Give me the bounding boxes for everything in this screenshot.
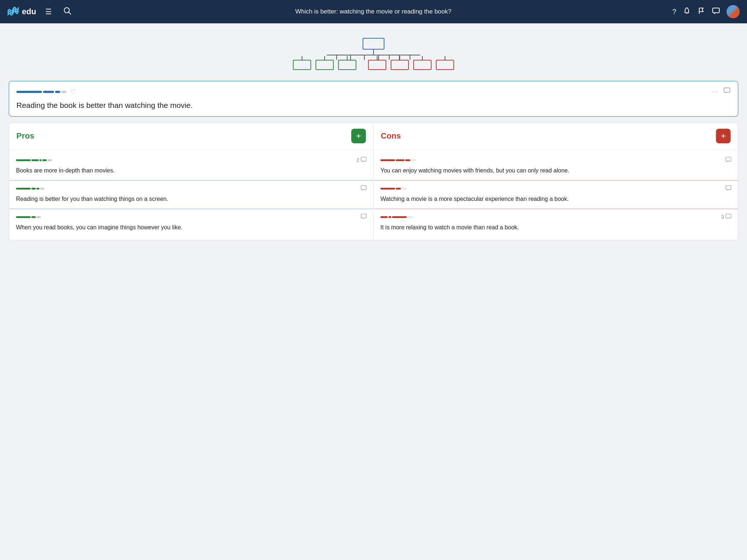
page-title: Which is better: watching the movie or r…	[80, 8, 666, 15]
con-card-2: Watching a movie is a more spectacular e…	[374, 181, 738, 209]
pros-cons-container: Pros + 2	[9, 122, 738, 240]
pros-column: Pros + 2	[9, 123, 374, 240]
pro-2-comment-count[interactable]	[361, 185, 367, 192]
help-icon[interactable]: ?	[672, 8, 676, 16]
pro-2-text: Reading is better for you than watching …	[16, 195, 367, 203]
con-card-1-header	[380, 157, 732, 163]
pro-card-3: When you read books, you can imagine thi…	[9, 209, 373, 237]
diagram-cons-box-1[interactable]	[368, 60, 386, 70]
con-1-rating	[380, 159, 416, 161]
cons-column: Cons +	[374, 123, 738, 240]
cons-list: You can enjoy watching movies with frien…	[374, 149, 738, 240]
diagram-cons-box-3[interactable]	[413, 60, 431, 70]
add-pro-button[interactable]: +	[351, 129, 366, 143]
svg-rect-9	[726, 186, 731, 190]
pros-list: 2 Books are more in-depth than movies.	[9, 149, 373, 240]
pro-2-rating	[16, 188, 44, 190]
con-1-comment-count[interactable]	[725, 157, 732, 163]
svg-rect-4	[724, 88, 730, 92]
pro-card-2-header	[16, 185, 367, 192]
con-card-3-header: 3	[380, 214, 732, 220]
diagram-cons-box-4[interactable]	[436, 60, 454, 70]
diagram-root-box[interactable]	[363, 38, 384, 50]
con-card-1: You can enjoy watching movies with frien…	[374, 152, 738, 181]
con-3-rating	[380, 216, 413, 218]
pro-card-1: 2 Books are more in-depth than movies.	[9, 152, 373, 181]
con-2-comment-count[interactable]	[725, 185, 732, 192]
like-button[interactable]: ♡	[70, 88, 76, 96]
search-button[interactable]	[61, 5, 74, 18]
svg-rect-10	[726, 214, 731, 218]
app-header: edu ☰ Which is better: watching the movi…	[0, 0, 747, 23]
card-actions: ···	[711, 87, 731, 96]
chat-icon[interactable]	[712, 7, 720, 17]
cons-title: Cons	[381, 131, 401, 141]
more-options-button[interactable]: ···	[711, 88, 719, 96]
statement-text: Reading the book is better than watching…	[16, 100, 731, 110]
con-2-rating	[380, 188, 407, 190]
logo: edu	[7, 6, 36, 18]
pro-1-text: Books are more in-depth than movies.	[16, 166, 367, 175]
logo-text: edu	[22, 7, 36, 16]
diagram-pros-box-3[interactable]	[338, 60, 356, 70]
cons-header: Cons +	[374, 123, 738, 149]
diagram-bottom-row	[292, 60, 455, 70]
header-icons: ?	[672, 5, 740, 18]
con-3-text: It is more relaxing to watch a movie tha…	[380, 223, 732, 232]
svg-rect-6	[361, 186, 366, 190]
pro-card-1-header: 2	[16, 157, 367, 163]
logo-icon	[7, 6, 19, 18]
svg-rect-8	[726, 157, 731, 161]
statement-rating-bar	[16, 91, 66, 93]
pro-1-comment-count[interactable]: 2	[356, 157, 367, 163]
con-2-text: Watching a movie is a more spectacular e…	[380, 195, 732, 203]
pro-1-rating	[16, 159, 52, 161]
statement-card-header: ♡ ···	[16, 87, 731, 96]
main-content: ♡ ··· Reading the book is better than wa…	[0, 23, 747, 248]
pro-3-text: When you read books, you can imagine thi…	[16, 223, 367, 232]
pro-3-comment-count[interactable]	[361, 214, 367, 220]
con-card-2-header	[380, 185, 732, 192]
con-1-text: You can enjoy watching movies with frien…	[380, 166, 732, 175]
pros-title: Pros	[16, 131, 34, 141]
diagram-pros-box-2[interactable]	[316, 60, 334, 70]
svg-rect-7	[361, 214, 366, 218]
pro-card-2: Reading is better for you than watching …	[9, 181, 373, 209]
pro-3-rating	[16, 216, 41, 218]
user-avatar[interactable]	[727, 5, 740, 18]
add-con-button[interactable]: +	[716, 129, 731, 143]
svg-rect-5	[361, 157, 366, 161]
diagram-container	[9, 31, 738, 81]
concept-map-diagram	[292, 38, 455, 70]
pros-header: Pros +	[9, 123, 373, 149]
notification-icon[interactable]	[683, 7, 691, 17]
con-3-comment-count[interactable]: 3	[721, 214, 732, 220]
diagram-pros-box-1[interactable]	[293, 60, 311, 70]
diagram-cons-box-2[interactable]	[391, 60, 409, 70]
svg-line-1	[69, 12, 71, 14]
comment-button[interactable]	[723, 87, 731, 96]
svg-rect-3	[713, 8, 719, 13]
statement-card: ♡ ··· Reading the book is better than wa…	[9, 81, 738, 117]
pro-card-3-header	[16, 214, 367, 220]
hamburger-button[interactable]: ☰	[42, 6, 55, 18]
flag-icon[interactable]	[697, 7, 705, 17]
con-card-3: 3 It is more relaxing to watch a movie t…	[374, 209, 738, 237]
